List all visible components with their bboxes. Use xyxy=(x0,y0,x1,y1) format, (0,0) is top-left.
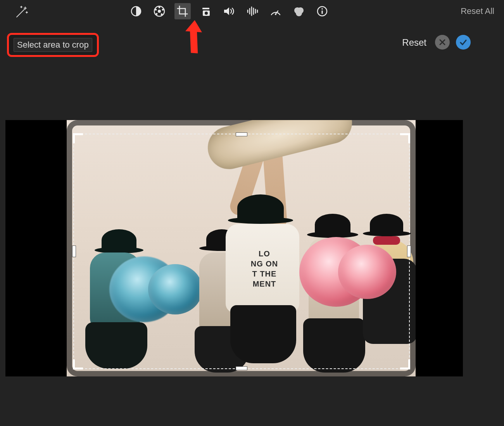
crop-instruction-highlight: Select area to crop xyxy=(7,33,99,57)
svg-point-14 xyxy=(155,9,157,11)
svg-point-10 xyxy=(159,7,161,9)
crop-handle-top[interactable] xyxy=(236,132,247,136)
crop-icon[interactable] xyxy=(174,3,191,19)
speed-icon[interactable] xyxy=(268,3,284,19)
svg-point-25 xyxy=(275,14,276,15)
color-filter-icon[interactable] xyxy=(291,3,307,19)
svg-rect-15 xyxy=(202,8,209,9)
crop-handle-bottom-right[interactable] xyxy=(400,359,410,369)
svg-point-12 xyxy=(161,14,163,15)
reset-button[interactable]: Reset xyxy=(402,37,426,48)
crop-handle-top-left[interactable] xyxy=(73,133,83,143)
svg-point-30 xyxy=(321,8,323,10)
svg-point-28 xyxy=(296,10,302,16)
video-preview-area: LO NG ON T THE MENT xyxy=(5,120,463,376)
annotation-arrow-icon xyxy=(180,20,207,57)
reset-all-button[interactable]: Reset All xyxy=(461,6,494,16)
stabilization-icon[interactable] xyxy=(198,3,214,19)
crop-handle-top-right[interactable] xyxy=(400,133,410,143)
svg-point-11 xyxy=(162,9,164,11)
svg-point-13 xyxy=(156,13,158,15)
crop-instruction-label: Select area to crop xyxy=(14,38,92,52)
noise-reduction-icon[interactable] xyxy=(244,3,261,19)
color-balance-icon[interactable] xyxy=(151,3,167,19)
crop-handle-bottom[interactable] xyxy=(236,366,247,370)
crop-selection-box[interactable] xyxy=(73,134,410,369)
svg-point-9 xyxy=(158,10,161,13)
color-correction-icon[interactable] xyxy=(128,3,144,19)
adjustments-toolbar: Reset All xyxy=(0,0,504,21)
volume-icon[interactable] xyxy=(221,3,237,19)
apply-crop-button[interactable] xyxy=(456,35,471,50)
magic-wand-icon[interactable] xyxy=(14,5,29,22)
svg-rect-31 xyxy=(321,10,323,14)
svg-point-17 xyxy=(205,12,208,15)
clip-info-icon[interactable] xyxy=(314,3,330,19)
crop-handle-right[interactable] xyxy=(407,246,411,257)
svg-line-0 xyxy=(17,9,24,17)
crop-handle-left[interactable] xyxy=(72,246,76,257)
cancel-crop-button[interactable] xyxy=(435,35,450,50)
crop-handle-bottom-left[interactable] xyxy=(73,359,83,369)
